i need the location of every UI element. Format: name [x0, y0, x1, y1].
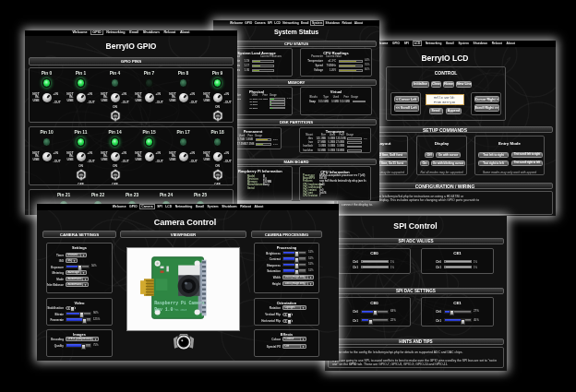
svg-text:Rev 1.0: Rev 1.0: [154, 307, 173, 312]
svg-text:©RS 2013: ©RS 2013: [174, 308, 186, 312]
svg-text:Raspberry Pi Camera: Raspberry Pi Camera: [154, 301, 205, 305]
